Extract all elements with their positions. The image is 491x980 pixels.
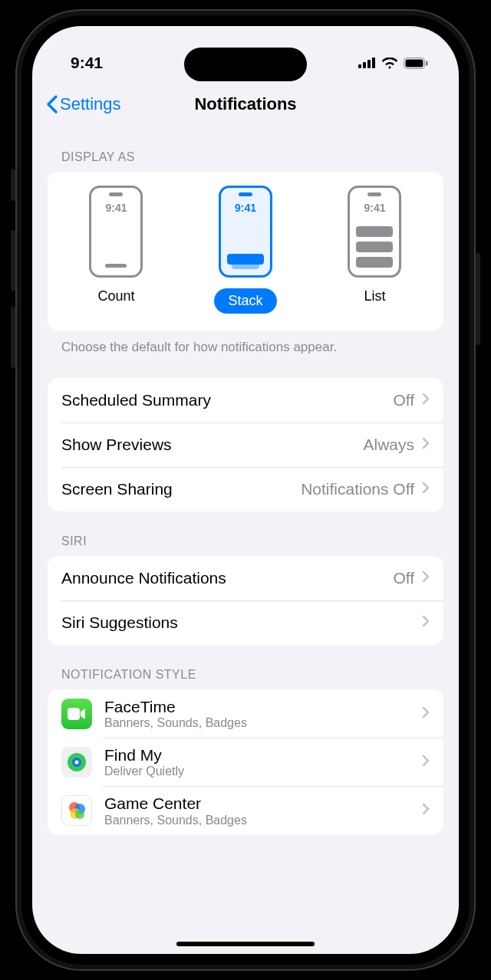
wifi-icon	[381, 58, 398, 69]
display-as-count-label: Count	[97, 288, 134, 304]
status-time: 9:41	[71, 54, 103, 72]
gamecenter-icon	[61, 795, 92, 826]
display-as-list-label: List	[364, 288, 385, 304]
dynamic-island	[184, 48, 307, 81]
row-label: Scheduled Summary	[61, 391, 393, 409]
chevron-right-icon	[422, 706, 430, 722]
device-frame: 9:41 Settings Notification	[15, 9, 476, 971]
findmy-icon	[61, 747, 92, 778]
chevron-left-icon	[46, 95, 58, 113]
svg-point-14	[75, 810, 84, 819]
section-header-display-as: DISPLAY AS	[48, 127, 443, 172]
facetime-icon	[61, 699, 92, 729]
display-as-stack-label: Stack	[214, 288, 276, 314]
count-preview-icon: 9:41	[89, 186, 143, 278]
row-announce-notifications[interactable]: Announce Notifications Off	[48, 556, 443, 600]
stack-preview-icon: 9:41	[219, 186, 272, 278]
row-screen-sharing[interactable]: Screen Sharing Notifications Off	[48, 467, 443, 511]
app-name: Game Center	[104, 794, 422, 813]
svg-rect-7	[68, 708, 80, 720]
back-button[interactable]: Settings	[46, 94, 121, 114]
chevron-right-icon	[422, 482, 430, 497]
svg-rect-5	[406, 59, 423, 67]
cellular-icon	[358, 58, 376, 68]
side-button	[476, 253, 480, 345]
app-name: FaceTime	[104, 697, 422, 716]
display-as-count[interactable]: 9:41 Count	[89, 186, 143, 314]
home-indicator[interactable]	[176, 942, 315, 946]
row-label: Siri Suggestions	[61, 613, 414, 632]
app-row-gamecenter[interactable]: Game Center Banners, Sounds, Badges	[48, 786, 443, 834]
svg-rect-0	[358, 64, 361, 68]
chevron-right-icon	[422, 803, 430, 818]
siri-section: Announce Notifications Off Siri Suggesti…	[48, 556, 443, 645]
display-as-list[interactable]: 9:41 List	[348, 186, 401, 314]
row-value: Off	[393, 391, 414, 409]
app-row-findmy[interactable]: Find My Deliver Quietly	[48, 738, 443, 786]
app-row-facetime[interactable]: FaceTime Banners, Sounds, Badges	[48, 689, 443, 738]
display-as-stack[interactable]: 9:41 Stack	[214, 186, 276, 314]
row-scheduled-summary[interactable]: Scheduled Summary Off	[48, 378, 443, 423]
page-title: Notifications	[194, 94, 296, 114]
display-as-card: 9:41 Count 9:41 Stack	[48, 172, 443, 331]
svg-rect-2	[367, 60, 371, 68]
chevron-right-icon	[422, 393, 430, 408]
row-show-previews[interactable]: Show Previews Always	[48, 423, 443, 467]
battery-icon	[404, 58, 428, 69]
general-section: Scheduled Summary Off Show Previews Alwa…	[48, 378, 443, 511]
display-as-footer: Choose the default for how notifications…	[48, 331, 443, 358]
nav-bar: Settings Notifications	[32, 81, 459, 127]
screen: 9:41 Settings Notification	[32, 26, 459, 954]
app-sub: Deliver Quietly	[104, 765, 422, 778]
section-header-siri: SIRI	[48, 511, 443, 556]
row-label: Show Previews	[61, 436, 363, 454]
section-header-style: NOTIFICATION STYLE	[48, 645, 443, 689]
svg-rect-6	[426, 61, 428, 65]
chevron-right-icon	[422, 615, 430, 630]
svg-rect-1	[363, 62, 366, 68]
app-name: Find My	[104, 745, 422, 765]
row-label: Announce Notifications	[61, 569, 393, 587]
row-label: Screen Sharing	[61, 480, 301, 498]
row-value: Always	[363, 436, 414, 454]
content-scroll[interactable]: DISPLAY AS 9:41 Count 9:41	[32, 127, 459, 954]
row-siri-suggestions[interactable]: Siri Suggestions	[48, 600, 443, 645]
app-sub: Banners, Sounds, Badges	[104, 814, 422, 827]
back-label: Settings	[60, 94, 121, 114]
svg-point-10	[75, 760, 79, 764]
style-section: FaceTime Banners, Sounds, Badges Find My…	[48, 689, 443, 835]
chevron-right-icon	[422, 755, 430, 770]
row-value: Notifications Off	[301, 480, 414, 498]
list-preview-icon: 9:41	[348, 186, 401, 278]
chevron-right-icon	[422, 571, 430, 586]
row-value: Off	[393, 569, 414, 587]
svg-rect-3	[372, 58, 375, 68]
chevron-right-icon	[422, 437, 430, 452]
app-sub: Banners, Sounds, Badges	[104, 716, 422, 730]
